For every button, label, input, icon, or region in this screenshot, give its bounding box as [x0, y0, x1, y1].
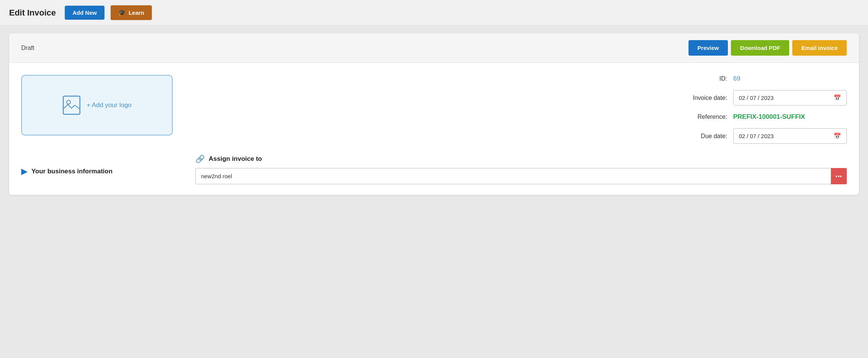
invoice-date-row: Invoice date: 02 / 07 / 2023 📅: [195, 90, 847, 106]
image-placeholder-icon: [62, 95, 81, 115]
business-info-label: Your business information: [31, 168, 112, 175]
top-bar: Edit Invoice Add New 🎓 Learn: [0, 0, 868, 26]
circle-arrow-icon: ▶: [21, 167, 28, 176]
email-invoice-button[interactable]: Email invoice: [792, 40, 847, 56]
logo-upload-area[interactable]: + Add your logo: [21, 75, 173, 135]
id-value: 69: [733, 75, 847, 82]
assign-invoice-area: 🔗 Assign invoice to •••: [195, 154, 847, 184]
download-pdf-button[interactable]: Download PDF: [731, 40, 789, 56]
calendar-icon-due: 📅: [834, 132, 841, 140]
right-column: ID: 69 Invoice date: 02 / 07 / 2023 📅 Re…: [195, 75, 847, 144]
id-label: ID:: [674, 75, 727, 82]
due-date-row: Due date: 02 / 07 / 2023 📅: [195, 128, 847, 144]
due-date-input[interactable]: 02 / 07 / 2023 📅: [733, 128, 847, 144]
add-new-button[interactable]: Add New: [65, 6, 104, 20]
assign-invoice-action-button[interactable]: •••: [831, 168, 847, 184]
link-icon: 🔗: [195, 154, 205, 163]
page-title: Edit Invoice: [9, 8, 56, 18]
invoice-header-bar: Draft Preview Download PDF Email invoice: [9, 33, 859, 63]
business-info-section[interactable]: ▶ Your business information: [21, 167, 180, 176]
calendar-icon: 📅: [834, 94, 841, 101]
id-row: ID: 69: [195, 75, 847, 82]
assign-input-wrapper: •••: [195, 168, 847, 184]
draft-status: Draft: [21, 45, 34, 51]
assign-invoice-header: 🔗 Assign invoice to: [195, 154, 847, 163]
due-date-value: 02 / 07 / 2023: [739, 133, 774, 139]
mortarboard-icon: 🎓: [118, 9, 126, 16]
business-info-area: ▶ Your business information: [21, 154, 180, 184]
reference-label: Reference:: [674, 114, 727, 120]
assign-invoice-input[interactable]: [195, 168, 847, 184]
reference-row: Reference: PREFIX-100001-SUFFIX: [195, 113, 847, 121]
preview-button[interactable]: Preview: [688, 40, 728, 56]
learn-button[interactable]: 🎓 Learn: [111, 5, 152, 20]
invoice-card: Draft Preview Download PDF Email invoice: [9, 33, 859, 195]
invoice-date-label: Invoice date:: [674, 95, 727, 101]
assign-invoice-label: Assign invoice to: [209, 155, 262, 163]
due-date-label: Due date:: [674, 133, 727, 140]
svg-rect-0: [63, 96, 80, 114]
reference-value: PREFIX-100001-SUFFIX: [733, 113, 847, 121]
svg-point-1: [67, 100, 70, 104]
left-column: + Add your logo: [21, 75, 180, 144]
header-actions: Preview Download PDF Email invoice: [688, 40, 847, 56]
invoice-date-input[interactable]: 02 / 07 / 2023 📅: [733, 90, 847, 106]
add-logo-label: + Add your logo: [87, 101, 132, 109]
invoice-date-value: 02 / 07 / 2023: [739, 95, 774, 101]
invoice-fields: ID: 69 Invoice date: 02 / 07 / 2023 📅 Re…: [195, 75, 847, 144]
main-content: Draft Preview Download PDF Email invoice: [0, 26, 868, 202]
dots-icon: •••: [835, 173, 842, 179]
invoice-body: + Add your logo ID: 69 Invoice date: 02: [9, 63, 859, 154]
bottom-section: ▶ Your business information 🔗 Assign inv…: [9, 154, 859, 195]
